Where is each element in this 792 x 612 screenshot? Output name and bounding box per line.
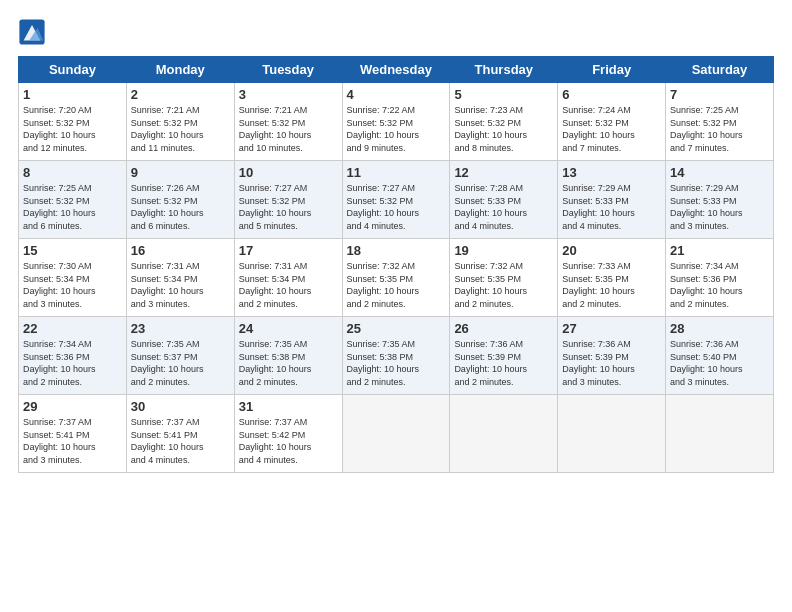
calendar-cell: 28Sunrise: 7:36 AM Sunset: 5:40 PM Dayli… — [666, 317, 774, 395]
calendar-cell: 31Sunrise: 7:37 AM Sunset: 5:42 PM Dayli… — [234, 395, 342, 473]
day-number: 4 — [347, 87, 446, 102]
weekday-header-wednesday: Wednesday — [342, 57, 450, 83]
weekday-header-tuesday: Tuesday — [234, 57, 342, 83]
day-number: 25 — [347, 321, 446, 336]
cell-info: Sunrise: 7:25 AM Sunset: 5:32 PM Dayligh… — [670, 104, 769, 154]
calendar-cell: 27Sunrise: 7:36 AM Sunset: 5:39 PM Dayli… — [558, 317, 666, 395]
cell-info: Sunrise: 7:21 AM Sunset: 5:32 PM Dayligh… — [131, 104, 230, 154]
cell-info: Sunrise: 7:32 AM Sunset: 5:35 PM Dayligh… — [454, 260, 553, 310]
cell-info: Sunrise: 7:32 AM Sunset: 5:35 PM Dayligh… — [347, 260, 446, 310]
cell-info: Sunrise: 7:34 AM Sunset: 5:36 PM Dayligh… — [23, 338, 122, 388]
calendar-cell: 29Sunrise: 7:37 AM Sunset: 5:41 PM Dayli… — [19, 395, 127, 473]
cell-info: Sunrise: 7:28 AM Sunset: 5:33 PM Dayligh… — [454, 182, 553, 232]
calendar-cell: 25Sunrise: 7:35 AM Sunset: 5:38 PM Dayli… — [342, 317, 450, 395]
calendar-cell: 23Sunrise: 7:35 AM Sunset: 5:37 PM Dayli… — [126, 317, 234, 395]
day-number: 17 — [239, 243, 338, 258]
day-number: 9 — [131, 165, 230, 180]
cell-info: Sunrise: 7:34 AM Sunset: 5:36 PM Dayligh… — [670, 260, 769, 310]
cell-info: Sunrise: 7:29 AM Sunset: 5:33 PM Dayligh… — [562, 182, 661, 232]
day-number: 24 — [239, 321, 338, 336]
calendar-cell: 24Sunrise: 7:35 AM Sunset: 5:38 PM Dayli… — [234, 317, 342, 395]
calendar-cell: 11Sunrise: 7:27 AM Sunset: 5:32 PM Dayli… — [342, 161, 450, 239]
day-number: 21 — [670, 243, 769, 258]
day-number: 14 — [670, 165, 769, 180]
logo — [18, 18, 50, 46]
calendar-cell: 22Sunrise: 7:34 AM Sunset: 5:36 PM Dayli… — [19, 317, 127, 395]
day-number: 6 — [562, 87, 661, 102]
calendar-cell: 16Sunrise: 7:31 AM Sunset: 5:34 PM Dayli… — [126, 239, 234, 317]
calendar-week-2: 8Sunrise: 7:25 AM Sunset: 5:32 PM Daylig… — [19, 161, 774, 239]
cell-info: Sunrise: 7:31 AM Sunset: 5:34 PM Dayligh… — [131, 260, 230, 310]
cell-info: Sunrise: 7:31 AM Sunset: 5:34 PM Dayligh… — [239, 260, 338, 310]
weekday-header-thursday: Thursday — [450, 57, 558, 83]
day-number: 31 — [239, 399, 338, 414]
calendar-cell: 19Sunrise: 7:32 AM Sunset: 5:35 PM Dayli… — [450, 239, 558, 317]
cell-info: Sunrise: 7:33 AM Sunset: 5:35 PM Dayligh… — [562, 260, 661, 310]
calendar-week-4: 22Sunrise: 7:34 AM Sunset: 5:36 PM Dayli… — [19, 317, 774, 395]
calendar-cell: 5Sunrise: 7:23 AM Sunset: 5:32 PM Daylig… — [450, 83, 558, 161]
day-number: 1 — [23, 87, 122, 102]
cell-info: Sunrise: 7:24 AM Sunset: 5:32 PM Dayligh… — [562, 104, 661, 154]
day-number: 13 — [562, 165, 661, 180]
cell-info: Sunrise: 7:22 AM Sunset: 5:32 PM Dayligh… — [347, 104, 446, 154]
day-number: 10 — [239, 165, 338, 180]
calendar-cell: 7Sunrise: 7:25 AM Sunset: 5:32 PM Daylig… — [666, 83, 774, 161]
cell-info: Sunrise: 7:27 AM Sunset: 5:32 PM Dayligh… — [239, 182, 338, 232]
cell-info: Sunrise: 7:20 AM Sunset: 5:32 PM Dayligh… — [23, 104, 122, 154]
cell-info: Sunrise: 7:36 AM Sunset: 5:39 PM Dayligh… — [454, 338, 553, 388]
cell-info: Sunrise: 7:30 AM Sunset: 5:34 PM Dayligh… — [23, 260, 122, 310]
calendar-cell: 3Sunrise: 7:21 AM Sunset: 5:32 PM Daylig… — [234, 83, 342, 161]
calendar-cell — [342, 395, 450, 473]
weekday-header-row: SundayMondayTuesdayWednesdayThursdayFrid… — [19, 57, 774, 83]
cell-info: Sunrise: 7:26 AM Sunset: 5:32 PM Dayligh… — [131, 182, 230, 232]
calendar-week-1: 1Sunrise: 7:20 AM Sunset: 5:32 PM Daylig… — [19, 83, 774, 161]
cell-info: Sunrise: 7:29 AM Sunset: 5:33 PM Dayligh… — [670, 182, 769, 232]
logo-icon — [18, 18, 46, 46]
weekday-header-saturday: Saturday — [666, 57, 774, 83]
cell-info: Sunrise: 7:25 AM Sunset: 5:32 PM Dayligh… — [23, 182, 122, 232]
day-number: 28 — [670, 321, 769, 336]
cell-info: Sunrise: 7:37 AM Sunset: 5:42 PM Dayligh… — [239, 416, 338, 466]
calendar-cell: 13Sunrise: 7:29 AM Sunset: 5:33 PM Dayli… — [558, 161, 666, 239]
weekday-header-friday: Friday — [558, 57, 666, 83]
calendar-cell: 12Sunrise: 7:28 AM Sunset: 5:33 PM Dayli… — [450, 161, 558, 239]
weekday-header-monday: Monday — [126, 57, 234, 83]
calendar-cell: 2Sunrise: 7:21 AM Sunset: 5:32 PM Daylig… — [126, 83, 234, 161]
header — [18, 18, 774, 46]
calendar-cell: 18Sunrise: 7:32 AM Sunset: 5:35 PM Dayli… — [342, 239, 450, 317]
cell-info: Sunrise: 7:27 AM Sunset: 5:32 PM Dayligh… — [347, 182, 446, 232]
calendar-cell: 14Sunrise: 7:29 AM Sunset: 5:33 PM Dayli… — [666, 161, 774, 239]
cell-info: Sunrise: 7:35 AM Sunset: 5:38 PM Dayligh… — [239, 338, 338, 388]
calendar-week-3: 15Sunrise: 7:30 AM Sunset: 5:34 PM Dayli… — [19, 239, 774, 317]
calendar-cell: 1Sunrise: 7:20 AM Sunset: 5:32 PM Daylig… — [19, 83, 127, 161]
day-number: 3 — [239, 87, 338, 102]
calendar-cell: 17Sunrise: 7:31 AM Sunset: 5:34 PM Dayli… — [234, 239, 342, 317]
calendar-cell: 4Sunrise: 7:22 AM Sunset: 5:32 PM Daylig… — [342, 83, 450, 161]
calendar-cell: 6Sunrise: 7:24 AM Sunset: 5:32 PM Daylig… — [558, 83, 666, 161]
page-container: SundayMondayTuesdayWednesdayThursdayFrid… — [0, 0, 792, 483]
day-number: 8 — [23, 165, 122, 180]
calendar-cell: 8Sunrise: 7:25 AM Sunset: 5:32 PM Daylig… — [19, 161, 127, 239]
calendar-cell: 15Sunrise: 7:30 AM Sunset: 5:34 PM Dayli… — [19, 239, 127, 317]
day-number: 22 — [23, 321, 122, 336]
cell-info: Sunrise: 7:37 AM Sunset: 5:41 PM Dayligh… — [131, 416, 230, 466]
day-number: 26 — [454, 321, 553, 336]
cell-info: Sunrise: 7:21 AM Sunset: 5:32 PM Dayligh… — [239, 104, 338, 154]
day-number: 16 — [131, 243, 230, 258]
calendar-cell: 26Sunrise: 7:36 AM Sunset: 5:39 PM Dayli… — [450, 317, 558, 395]
day-number: 18 — [347, 243, 446, 258]
calendar-week-5: 29Sunrise: 7:37 AM Sunset: 5:41 PM Dayli… — [19, 395, 774, 473]
day-number: 23 — [131, 321, 230, 336]
day-number: 19 — [454, 243, 553, 258]
calendar-cell: 10Sunrise: 7:27 AM Sunset: 5:32 PM Dayli… — [234, 161, 342, 239]
calendar-cell: 30Sunrise: 7:37 AM Sunset: 5:41 PM Dayli… — [126, 395, 234, 473]
day-number: 30 — [131, 399, 230, 414]
day-number: 12 — [454, 165, 553, 180]
calendar-cell: 21Sunrise: 7:34 AM Sunset: 5:36 PM Dayli… — [666, 239, 774, 317]
cell-info: Sunrise: 7:23 AM Sunset: 5:32 PM Dayligh… — [454, 104, 553, 154]
cell-info: Sunrise: 7:36 AM Sunset: 5:40 PM Dayligh… — [670, 338, 769, 388]
weekday-header-sunday: Sunday — [19, 57, 127, 83]
day-number: 2 — [131, 87, 230, 102]
calendar-table: SundayMondayTuesdayWednesdayThursdayFrid… — [18, 56, 774, 473]
calendar-cell — [450, 395, 558, 473]
